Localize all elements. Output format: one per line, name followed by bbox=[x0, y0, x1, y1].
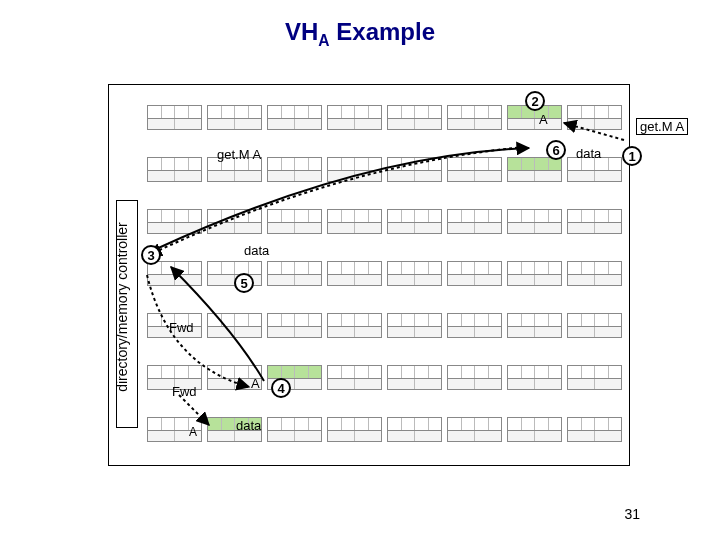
grid-node bbox=[507, 313, 562, 355]
grid-node bbox=[447, 261, 502, 303]
grid-node bbox=[447, 157, 502, 199]
step-2: 2 bbox=[525, 91, 545, 111]
grid-node bbox=[327, 365, 382, 407]
grid-node bbox=[567, 209, 622, 251]
label-getMA-top: get.M A bbox=[217, 147, 261, 162]
step-6: 6 bbox=[546, 140, 566, 160]
grid-node bbox=[447, 417, 502, 459]
grid-node bbox=[147, 261, 202, 303]
diagram-frame: directory/memory controller // defer — d… bbox=[108, 84, 630, 466]
grid-node bbox=[267, 261, 322, 303]
grid-node bbox=[327, 261, 382, 303]
grid-node bbox=[147, 209, 202, 251]
grid-node bbox=[567, 157, 622, 199]
grid-node bbox=[387, 417, 442, 459]
grid-node bbox=[267, 313, 322, 355]
grid-node bbox=[507, 261, 562, 303]
grid-node bbox=[447, 209, 502, 251]
grid-node bbox=[567, 313, 622, 355]
grid-node bbox=[387, 209, 442, 251]
grid-node bbox=[507, 209, 562, 251]
grid-node bbox=[327, 417, 382, 459]
grid-node bbox=[207, 105, 262, 147]
grid-node bbox=[447, 365, 502, 407]
grid-node bbox=[267, 209, 322, 251]
grid-node bbox=[327, 313, 382, 355]
grid-node bbox=[387, 157, 442, 199]
step-3: 3 bbox=[141, 245, 161, 265]
grid-node bbox=[447, 313, 502, 355]
grid-node bbox=[567, 105, 622, 147]
grid-node bbox=[567, 261, 622, 303]
grid-node bbox=[507, 365, 562, 407]
grid-node bbox=[147, 105, 202, 147]
grid-node bbox=[147, 157, 202, 199]
grid-node bbox=[267, 105, 322, 147]
grid-node bbox=[327, 209, 382, 251]
grid-node bbox=[327, 105, 382, 147]
directory-controller-label: directory/memory controller bbox=[114, 194, 130, 420]
label-data-mid: data bbox=[244, 243, 269, 258]
label-data-bottom: data bbox=[236, 418, 261, 433]
page-title: VHA Example bbox=[0, 18, 720, 50]
grid-node bbox=[387, 313, 442, 355]
grid-node bbox=[387, 105, 442, 147]
step-4: 4 bbox=[271, 378, 291, 398]
label-A-top: A bbox=[539, 112, 548, 127]
grid-node bbox=[267, 417, 322, 459]
grid-node bbox=[267, 157, 322, 199]
grid-node bbox=[447, 105, 502, 147]
label-A-bottom: A bbox=[189, 425, 197, 439]
grid-node bbox=[387, 261, 442, 303]
grid-node bbox=[207, 313, 262, 355]
label-getMA-right: get.M A bbox=[636, 118, 688, 135]
grid-node bbox=[507, 417, 562, 459]
label-fwd-upper: Fwd bbox=[169, 320, 194, 335]
step-5: 5 bbox=[234, 273, 254, 293]
label-data-right: data bbox=[576, 146, 601, 161]
grid-node bbox=[567, 365, 622, 407]
grid-node bbox=[567, 417, 622, 459]
grid-node bbox=[207, 157, 262, 199]
page-number: 31 bbox=[624, 506, 640, 522]
grid-node bbox=[507, 157, 562, 199]
step-1: 1 bbox=[622, 146, 642, 166]
label-A-mid: A bbox=[251, 376, 260, 391]
label-fwd-lower: Fwd bbox=[172, 384, 197, 399]
grid-node bbox=[387, 365, 442, 407]
grid-node bbox=[327, 157, 382, 199]
